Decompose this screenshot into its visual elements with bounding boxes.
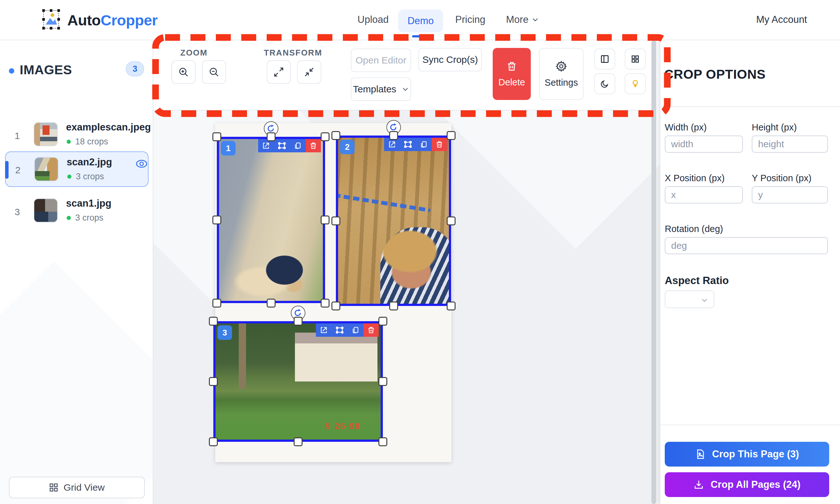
sync-crops-button[interactable]: Sync Crop(s)	[418, 48, 482, 71]
crops-status-dot	[67, 216, 71, 220]
resize-handle[interactable]	[212, 216, 221, 224]
resize-handle[interactable]	[321, 132, 329, 141]
grid-icon	[49, 483, 58, 492]
resize-handle[interactable]	[267, 132, 275, 141]
resize-handle[interactable]	[209, 437, 218, 446]
resize-handle[interactable]	[209, 317, 218, 326]
open-editor-button[interactable]: Open Editor	[351, 49, 411, 72]
templates-dropdown[interactable]: Templates	[351, 77, 411, 101]
crop-region-3[interactable]: 9 26 98 3	[213, 321, 383, 442]
crops-status-dot	[67, 140, 71, 144]
images-count-badge: 3	[126, 61, 144, 76]
resize-handle[interactable]	[447, 131, 455, 140]
resize-handle[interactable]	[267, 299, 275, 308]
resize-handle[interactable]	[332, 131, 340, 140]
resize-handle[interactable]	[389, 131, 398, 140]
aspect-ratio-select[interactable]	[665, 290, 714, 308]
settings-button[interactable]: Settings	[539, 48, 584, 100]
crop-mini-toolbar	[316, 323, 379, 337]
dark-mode-button[interactable]	[594, 73, 615, 94]
resize-handle[interactable]	[378, 437, 387, 446]
transform-corners-icon[interactable]	[400, 138, 416, 151]
duplicate-icon[interactable]	[290, 139, 306, 152]
crop-this-page-label: Crop This Page (3)	[712, 448, 799, 460]
transform-section-label: TRANSFORM	[258, 48, 328, 58]
crop-region-1[interactable]: 1	[217, 137, 325, 303]
resize-handle[interactable]	[212, 299, 221, 308]
moon-icon	[600, 79, 609, 89]
resize-handle[interactable]	[212, 132, 221, 141]
chevron-down-icon	[402, 86, 409, 93]
resize-handle[interactable]	[389, 302, 398, 310]
layout-panel-icon	[600, 54, 610, 64]
delete-crop-icon[interactable]	[432, 138, 447, 151]
nav-pricing[interactable]: Pricing	[455, 14, 485, 25]
item-crop-count: 3 crops	[76, 172, 104, 182]
image-list-item-scan1[interactable]: 3 scan1.jpg 3 crops	[0, 195, 153, 228]
width-label: Width (px)	[665, 122, 707, 133]
height-label: Height (px)	[752, 122, 797, 133]
crop-region-2[interactable]: 2	[336, 136, 451, 306]
eye-visible-icon[interactable]	[135, 159, 148, 168]
height-input[interactable]	[752, 136, 828, 152]
x-position-label: X Position (px)	[665, 173, 725, 183]
resize-handle[interactable]	[321, 299, 329, 308]
nav-my-account[interactable]: My Account	[756, 14, 807, 25]
item-crop-count: 3 crops	[75, 213, 104, 223]
transform-corners-icon[interactable]	[332, 323, 347, 337]
logo-auto: Auto	[67, 12, 101, 29]
delete-label: Delete	[498, 77, 525, 88]
width-input[interactable]	[665, 136, 743, 152]
light-mode-button[interactable]	[625, 73, 646, 94]
resize-handle[interactable]	[294, 437, 303, 446]
crop-all-pages-button[interactable]: Crop All Pages (24)	[665, 472, 829, 497]
aspect-ratio-label: Aspect Ratio	[665, 274, 729, 287]
resize-handle[interactable]	[209, 377, 218, 386]
zoom-out-button[interactable]	[202, 60, 226, 84]
resize-handle[interactable]	[447, 216, 455, 226]
duplicate-icon[interactable]	[416, 138, 432, 151]
nav-demo-active-underline	[412, 35, 430, 37]
image-list-item-scan2-selected[interactable]: 2 scan2.jpg 3 crops	[5, 151, 148, 187]
nav-demo[interactable]: Demo	[398, 10, 443, 32]
y-position-input[interactable]	[752, 186, 828, 203]
transform-corners-icon[interactable]	[274, 139, 290, 152]
delete-crop-icon[interactable]	[363, 323, 379, 337]
delete-crop-icon[interactable]	[306, 139, 321, 152]
logo[interactable]: AutoCropper	[41, 9, 158, 31]
duplicate-icon[interactable]	[347, 323, 363, 337]
resize-handle[interactable]	[321, 216, 329, 224]
logo-cropper: Cropper	[101, 12, 158, 29]
resize-handle[interactable]	[332, 302, 340, 310]
grid-view-button[interactable]: Grid View	[9, 477, 145, 498]
resize-handle[interactable]	[378, 317, 387, 326]
settings-label: Settings	[545, 77, 578, 88]
collapse-button[interactable]	[297, 60, 321, 84]
chevron-down-icon	[532, 16, 539, 23]
zoom-in-button[interactable]	[172, 60, 196, 84]
expand-arrows-icon	[273, 67, 284, 77]
chevron-down-icon	[701, 297, 708, 304]
logo-text: AutoCropper	[67, 12, 158, 29]
photo-boy-on-swing	[338, 138, 449, 304]
crop-this-page-button[interactable]: Crop This Page (3)	[665, 442, 829, 467]
gear-icon	[555, 60, 567, 72]
nav-upload[interactable]: Upload	[357, 14, 389, 25]
zoom-section-label: ZOOM	[173, 48, 215, 58]
image-list-item-examplescan[interactable]: 1 examplescan.jpeg 18 crops	[0, 119, 153, 152]
canvas-scrollbar[interactable]	[651, 40, 656, 504]
resize-handle[interactable]	[447, 302, 455, 310]
open-in-editor-icon[interactable]	[316, 323, 332, 337]
rotation-input[interactable]	[665, 237, 828, 254]
expand-button[interactable]	[267, 60, 291, 84]
photo-house-garden: 9 26 98	[216, 323, 381, 439]
nav-more[interactable]: More	[506, 14, 539, 25]
x-position-input[interactable]	[665, 186, 743, 203]
layout-panel-toggle-button[interactable]	[594, 49, 615, 70]
delete-button[interactable]: Delete	[493, 48, 531, 100]
grid-layout-button[interactable]	[625, 49, 646, 70]
download-icon	[693, 479, 704, 490]
resize-handle[interactable]	[294, 317, 303, 326]
resize-handle[interactable]	[332, 216, 340, 226]
resize-handle[interactable]	[378, 377, 387, 386]
